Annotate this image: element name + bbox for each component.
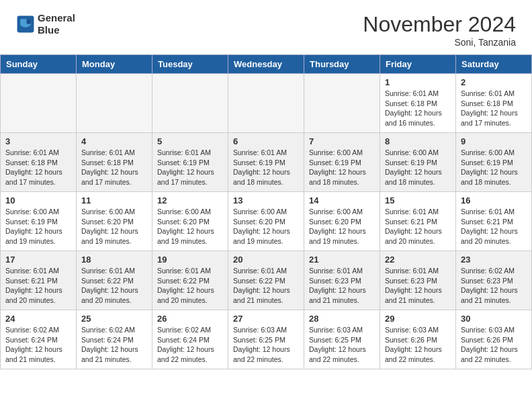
day-info: Sunrise: 6:01 AM Sunset: 6:23 PM Dayligh…	[309, 266, 375, 306]
day-number: 12	[157, 195, 223, 205]
calendar-day-cell: 4Sunrise: 6:01 AM Sunset: 6:18 PM Daylig…	[77, 133, 152, 192]
calendar-day-cell: 26Sunrise: 6:02 AM Sunset: 6:24 PM Dayli…	[152, 310, 228, 369]
calendar-week-row: 24Sunrise: 6:02 AM Sunset: 6:24 PM Dayli…	[1, 310, 532, 369]
calendar-day-cell: 18Sunrise: 6:01 AM Sunset: 6:22 PM Dayli…	[77, 251, 152, 310]
calendar-day-cell: 8Sunrise: 6:00 AM Sunset: 6:19 PM Daylig…	[380, 133, 456, 192]
day-number: 1	[385, 77, 451, 87]
day-info: Sunrise: 6:00 AM Sunset: 6:19 PM Dayligh…	[385, 148, 451, 187]
day-info: Sunrise: 6:01 AM Sunset: 6:19 PM Dayligh…	[157, 148, 223, 187]
day-info: Sunrise: 6:01 AM Sunset: 6:21 PM Dayligh…	[461, 207, 527, 246]
calendar-day-cell: 20Sunrise: 6:01 AM Sunset: 6:22 PM Dayli…	[228, 251, 304, 310]
day-info: Sunrise: 6:01 AM Sunset: 6:18 PM Dayligh…	[81, 148, 147, 187]
logo-text: General Blue	[38, 12, 75, 36]
day-info: Sunrise: 6:00 AM Sunset: 6:19 PM Dayligh…	[5, 207, 71, 246]
calendar-day-cell: 11Sunrise: 6:00 AM Sunset: 6:20 PM Dayli…	[77, 192, 152, 251]
day-number: 7	[309, 136, 375, 146]
day-number: 18	[81, 255, 147, 265]
weekday-header: Tuesday	[152, 55, 228, 74]
day-info: Sunrise: 6:03 AM Sunset: 6:25 PM Dayligh…	[309, 325, 375, 365]
day-number: 29	[385, 314, 451, 324]
calendar-week-row: 10Sunrise: 6:00 AM Sunset: 6:19 PM Dayli…	[1, 192, 532, 251]
day-info: Sunrise: 6:02 AM Sunset: 6:23 PM Dayligh…	[461, 266, 527, 306]
day-number: 22	[385, 255, 451, 265]
day-info: Sunrise: 6:00 AM Sunset: 6:20 PM Dayligh…	[157, 207, 223, 246]
calendar-day-cell: 25Sunrise: 6:02 AM Sunset: 6:24 PM Dayli…	[77, 310, 152, 369]
calendar-day-cell: 6Sunrise: 6:01 AM Sunset: 6:19 PM Daylig…	[228, 133, 304, 192]
day-info: Sunrise: 6:01 AM Sunset: 6:23 PM Dayligh…	[385, 266, 451, 306]
day-info: Sunrise: 6:01 AM Sunset: 6:22 PM Dayligh…	[157, 266, 223, 306]
day-number: 15	[385, 195, 451, 205]
day-number: 9	[461, 136, 527, 146]
day-number: 20	[233, 255, 299, 265]
calendar-day-cell: 28Sunrise: 6:03 AM Sunset: 6:25 PM Dayli…	[304, 310, 380, 369]
calendar-day-cell: 12Sunrise: 6:00 AM Sunset: 6:20 PM Dayli…	[152, 192, 228, 251]
calendar-day-cell: 13Sunrise: 6:00 AM Sunset: 6:20 PM Dayli…	[228, 192, 304, 251]
day-number: 14	[309, 195, 375, 205]
day-number: 10	[5, 195, 71, 205]
calendar-day-cell: 1Sunrise: 6:01 AM Sunset: 6:18 PM Daylig…	[380, 74, 456, 133]
day-number: 28	[309, 314, 375, 324]
location-subtitle: Soni, Tanzania	[363, 37, 516, 48]
calendar-day-cell	[1, 74, 77, 133]
weekday-header: Friday	[380, 55, 456, 74]
calendar-day-cell	[304, 74, 380, 133]
day-info: Sunrise: 6:00 AM Sunset: 6:19 PM Dayligh…	[309, 148, 375, 187]
day-number: 21	[309, 255, 375, 265]
day-number: 23	[461, 255, 527, 265]
day-number: 4	[81, 136, 147, 146]
calendar-table: SundayMondayTuesdayWednesdayThursdayFrid…	[0, 54, 532, 369]
day-number: 19	[157, 255, 223, 265]
day-info: Sunrise: 6:01 AM Sunset: 6:18 PM Dayligh…	[461, 89, 527, 128]
day-number: 13	[233, 195, 299, 205]
calendar-day-cell: 9Sunrise: 6:00 AM Sunset: 6:19 PM Daylig…	[456, 133, 532, 192]
calendar-day-cell: 5Sunrise: 6:01 AM Sunset: 6:19 PM Daylig…	[152, 133, 228, 192]
day-number: 8	[385, 136, 451, 146]
day-number: 30	[461, 314, 527, 324]
calendar-day-cell: 17Sunrise: 6:01 AM Sunset: 6:21 PM Dayli…	[1, 251, 77, 310]
calendar-day-cell: 30Sunrise: 6:03 AM Sunset: 6:26 PM Dayli…	[456, 310, 532, 369]
weekday-header: Thursday	[304, 55, 380, 74]
day-info: Sunrise: 6:01 AM Sunset: 6:19 PM Dayligh…	[233, 148, 299, 187]
day-number: 5	[157, 136, 223, 146]
weekday-header: Saturday	[456, 55, 532, 74]
month-year-title: November 2024	[363, 12, 516, 37]
calendar-day-cell: 24Sunrise: 6:02 AM Sunset: 6:24 PM Dayli…	[1, 310, 77, 369]
calendar-week-row: 17Sunrise: 6:01 AM Sunset: 6:21 PM Dayli…	[1, 251, 532, 310]
calendar-day-cell: 16Sunrise: 6:01 AM Sunset: 6:21 PM Dayli…	[456, 192, 532, 251]
weekday-header-row: SundayMondayTuesdayWednesdayThursdayFrid…	[1, 55, 532, 74]
weekday-header: Wednesday	[228, 55, 304, 74]
calendar-day-cell: 27Sunrise: 6:03 AM Sunset: 6:25 PM Dayli…	[228, 310, 304, 369]
day-info: Sunrise: 6:02 AM Sunset: 6:24 PM Dayligh…	[81, 325, 147, 365]
calendar-week-row: 1Sunrise: 6:01 AM Sunset: 6:18 PM Daylig…	[1, 74, 532, 133]
day-info: Sunrise: 6:03 AM Sunset: 6:26 PM Dayligh…	[385, 325, 451, 365]
day-info: Sunrise: 6:00 AM Sunset: 6:20 PM Dayligh…	[233, 207, 299, 246]
weekday-header: Sunday	[1, 55, 77, 74]
calendar-day-cell: 29Sunrise: 6:03 AM Sunset: 6:26 PM Dayli…	[380, 310, 456, 369]
calendar-day-cell: 19Sunrise: 6:01 AM Sunset: 6:22 PM Dayli…	[152, 251, 228, 310]
weekday-header: Monday	[77, 55, 152, 74]
day-number: 24	[5, 314, 71, 324]
calendar-day-cell	[228, 74, 304, 133]
calendar-day-cell: 3Sunrise: 6:01 AM Sunset: 6:18 PM Daylig…	[1, 133, 77, 192]
logo: General Blue	[16, 12, 75, 36]
calendar-day-cell: 21Sunrise: 6:01 AM Sunset: 6:23 PM Dayli…	[304, 251, 380, 310]
logo-icon	[16, 15, 35, 34]
day-info: Sunrise: 6:03 AM Sunset: 6:26 PM Dayligh…	[461, 325, 527, 365]
day-info: Sunrise: 6:01 AM Sunset: 6:21 PM Dayligh…	[385, 207, 451, 246]
day-number: 11	[81, 195, 147, 205]
calendar-day-cell	[152, 74, 228, 133]
calendar-day-cell: 14Sunrise: 6:00 AM Sunset: 6:20 PM Dayli…	[304, 192, 380, 251]
day-number: 3	[5, 136, 71, 146]
day-info: Sunrise: 6:00 AM Sunset: 6:20 PM Dayligh…	[81, 207, 147, 246]
day-info: Sunrise: 6:03 AM Sunset: 6:25 PM Dayligh…	[233, 325, 299, 365]
calendar-day-cell	[77, 74, 152, 133]
day-info: Sunrise: 6:01 AM Sunset: 6:18 PM Dayligh…	[5, 148, 71, 187]
day-number: 27	[233, 314, 299, 324]
day-info: Sunrise: 6:00 AM Sunset: 6:19 PM Dayligh…	[461, 148, 527, 187]
day-number: 26	[157, 314, 223, 324]
day-info: Sunrise: 6:00 AM Sunset: 6:20 PM Dayligh…	[309, 207, 375, 246]
day-info: Sunrise: 6:01 AM Sunset: 6:21 PM Dayligh…	[5, 266, 71, 306]
day-info: Sunrise: 6:01 AM Sunset: 6:22 PM Dayligh…	[81, 266, 147, 306]
day-number: 2	[461, 77, 527, 87]
calendar-day-cell: 10Sunrise: 6:00 AM Sunset: 6:19 PM Dayli…	[1, 192, 77, 251]
